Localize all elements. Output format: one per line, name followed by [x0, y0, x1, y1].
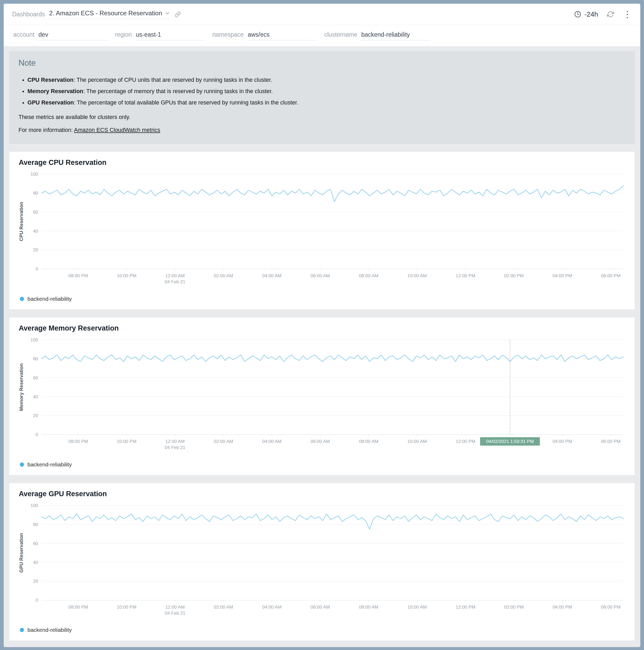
- svg-text:0: 0: [36, 266, 38, 272]
- link-icon: [175, 11, 181, 17]
- svg-text:100: 100: [30, 337, 38, 342]
- note-item-gpu: GPU Reservation: The percentage of total…: [28, 100, 625, 106]
- dashboard-frame: Dashboards 2. Amazon ECS - Resource Rese…: [4, 4, 640, 647]
- page-title: 2. Amazon ECS - Resource Reservation: [49, 9, 162, 17]
- refresh-button[interactable]: [607, 11, 614, 18]
- svg-text:10:00 AM: 10:00 AM: [408, 273, 427, 278]
- filter-clustername: clustername backend-reliability: [324, 31, 429, 40]
- svg-text:02:00 AM: 02:00 AM: [214, 439, 233, 444]
- svg-text:60: 60: [33, 375, 38, 380]
- filter-label: clustername: [324, 31, 357, 38]
- note-term: Memory Reservation: [28, 88, 83, 95]
- svg-text:10:00 AM: 10:00 AM: [408, 604, 427, 610]
- legend-dot-icon: [20, 463, 24, 467]
- note-term: GPU Reservation: [28, 100, 74, 106]
- chart-title: Average CPU Reservation: [19, 158, 628, 167]
- svg-text:06:00 AM: 06:00 AM: [311, 604, 330, 610]
- svg-text:60: 60: [33, 541, 38, 546]
- svg-text:CPU Reservation: CPU Reservation: [19, 202, 24, 241]
- chart-title: Average GPU Reservation: [19, 490, 628, 498]
- filter-account: account dev: [13, 31, 107, 40]
- legend-label: backend-reliability: [28, 296, 72, 302]
- svg-text:100: 100: [30, 503, 38, 508]
- svg-text:12:00 AM: 12:00 AM: [165, 273, 184, 278]
- note-text: : The percentage of total available GPUs…: [74, 100, 299, 106]
- cloudwatch-metrics-link[interactable]: Amazon ECS CloudWatch metrics: [74, 127, 160, 133]
- svg-text:80: 80: [33, 521, 38, 527]
- filter-value-input[interactable]: backend-reliability: [361, 31, 430, 40]
- svg-text:12:00 PM: 12:00 PM: [456, 439, 475, 444]
- dashboard-title-dropdown[interactable]: 2. Amazon ECS - Resource Reservation: [49, 9, 169, 19]
- svg-text:04:00 PM: 04:00 PM: [552, 273, 572, 278]
- svg-text:02:00 AM: 02:00 AM: [214, 273, 233, 278]
- svg-text:10:00 PM: 10:00 PM: [117, 439, 136, 444]
- time-range-control[interactable]: -24h: [574, 10, 598, 19]
- kebab-menu-button[interactable]: ⋮: [623, 10, 632, 19]
- svg-text:0: 0: [36, 598, 38, 603]
- note-item-cpu: CPU Reservation: The percentage of CPU u…: [28, 77, 625, 83]
- svg-text:04:00 AM: 04:00 AM: [262, 604, 281, 610]
- svg-text:04/02/2021 1:50:31 PM: 04/02/2021 1:50:31 PM: [486, 439, 534, 444]
- svg-text:08:00 AM: 08:00 AM: [359, 439, 378, 444]
- legend-dot-icon: [20, 297, 24, 301]
- svg-text:100: 100: [30, 172, 38, 177]
- share-link-button[interactable]: [175, 11, 181, 17]
- svg-text:02:00 PM: 02:00 PM: [504, 273, 523, 278]
- memory-chart-panel: Average Memory Reservation 0204060801000…: [9, 317, 635, 475]
- clock-icon: [574, 11, 581, 18]
- note-text: : The percentage of CPU units that are r…: [73, 77, 272, 83]
- header-actions: -24h ⋮: [574, 10, 632, 19]
- svg-text:02:00 AM: 02:00 AM: [214, 604, 233, 610]
- note-list: CPU Reservation: The percentage of CPU u…: [19, 77, 625, 106]
- app-header: Dashboards 2. Amazon ECS - Resource Rese…: [4, 4, 640, 25]
- filter-value-input[interactable]: dev: [38, 31, 107, 40]
- svg-text:02:00 PM: 02:00 PM: [504, 604, 523, 610]
- chevron-down-icon: [165, 12, 169, 14]
- svg-text:04:00 AM: 04:00 AM: [262, 439, 281, 444]
- cpu-chart-panel: Average CPU Reservation 02040608010008:0…: [9, 151, 635, 310]
- filter-value-input[interactable]: aws/ecs: [247, 31, 316, 40]
- svg-text:60: 60: [33, 210, 38, 215]
- gpu-chart-panel: Average GPU Reservation 02040608010008:0…: [9, 483, 635, 641]
- svg-text:04 Feb 21: 04 Feb 21: [165, 279, 185, 284]
- legend-item[interactable]: backend-reliability: [16, 624, 72, 636]
- svg-text:06:00 PM: 06:00 PM: [601, 604, 620, 610]
- svg-text:06:00 PM: 06:00 PM: [601, 273, 620, 278]
- note-item-memory: Memory Reservation: The percentage of me…: [28, 88, 625, 95]
- note-panel: Note CPU Reservation: The percentage of …: [9, 51, 635, 144]
- gpu-line-chart[interactable]: 02040608010008:00 PM10:00 PM12:00 AM04 F…: [16, 501, 628, 624]
- svg-text:Memory Reservation: Memory Reservation: [19, 363, 24, 411]
- time-range-label: -24h: [584, 10, 598, 19]
- note-footnote: These metrics are available for clusters…: [19, 114, 625, 120]
- svg-text:20: 20: [33, 413, 38, 418]
- note-more-prefix: For more information:: [19, 127, 74, 133]
- svg-text:40: 40: [33, 228, 38, 234]
- svg-text:08:00 PM: 08:00 PM: [68, 604, 88, 610]
- svg-text:08:00 PM: 08:00 PM: [68, 273, 88, 278]
- svg-text:10:00 PM: 10:00 PM: [117, 273, 136, 278]
- filter-region: region us-east-1: [115, 31, 204, 40]
- breadcrumb[interactable]: Dashboards: [12, 11, 45, 18]
- note-more-info: For more information: Amazon ECS CloudWa…: [19, 127, 625, 134]
- legend-item[interactable]: backend-reliability: [16, 459, 72, 471]
- memory-line-chart[interactable]: 02040608010008:00 PM10:00 PM12:00 AM04 F…: [16, 335, 628, 459]
- filter-value-input[interactable]: us-east-1: [136, 31, 204, 40]
- note-text: : The percentage of memory that is reser…: [83, 88, 273, 95]
- svg-text:40: 40: [33, 394, 38, 399]
- legend-item[interactable]: backend-reliability: [16, 293, 72, 305]
- filter-label: region: [115, 31, 132, 38]
- svg-text:10:00 PM: 10:00 PM: [117, 604, 136, 610]
- svg-text:80: 80: [33, 190, 38, 196]
- svg-text:06:00 PM: 06:00 PM: [601, 439, 620, 444]
- svg-text:04:00 AM: 04:00 AM: [262, 273, 281, 278]
- svg-text:08:00 AM: 08:00 AM: [359, 604, 378, 610]
- svg-text:04 Feb 21: 04 Feb 21: [165, 445, 185, 450]
- filter-label: account: [13, 31, 35, 38]
- filter-namespace: namespace aws/ecs: [212, 31, 316, 40]
- cpu-line-chart[interactable]: 02040608010008:00 PM10:00 PM12:00 AM04 F…: [16, 170, 628, 293]
- svg-text:04 Feb 21: 04 Feb 21: [165, 610, 185, 616]
- svg-text:12:00 PM: 12:00 PM: [456, 273, 475, 278]
- chart-title: Average Memory Reservation: [19, 324, 628, 332]
- svg-text:06:00 AM: 06:00 AM: [311, 439, 330, 444]
- note-title: Note: [19, 58, 625, 68]
